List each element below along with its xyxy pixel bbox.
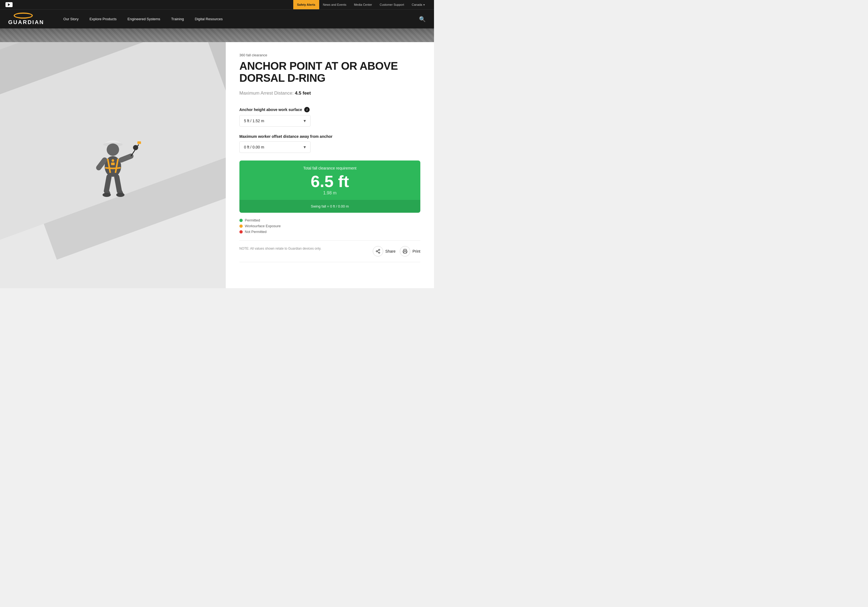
nav-engineered-systems[interactable]: Engineered Systems bbox=[122, 9, 166, 29]
result-box: Total fall clearance requirement 6.5 ft … bbox=[239, 160, 420, 213]
permitted-dot bbox=[239, 219, 243, 222]
svg-line-14 bbox=[377, 251, 378, 252]
youtube-icon[interactable] bbox=[5, 2, 12, 7]
result-swing: Swing fall = 0 ft / 0.00 m bbox=[239, 200, 420, 213]
anchor-height-select-wrapper: 5 ft / 1.52 m 6 ft / 1.83 m 7 ft / 2.13 … bbox=[239, 115, 310, 127]
canada-selector[interactable]: Canada bbox=[408, 3, 429, 6]
anchor-height-select[interactable]: 5 ft / 1.52 m 6 ft / 1.83 m 7 ft / 2.13 … bbox=[239, 115, 310, 127]
section-label: 360 fall clearance bbox=[239, 53, 420, 57]
content-area: 360 fall clearance ANCHOR POINT AT OR AB… bbox=[0, 42, 434, 288]
svg-point-9 bbox=[102, 193, 111, 197]
note-actions-bar: NOTE: All values shown relate to Guardia… bbox=[239, 240, 420, 256]
max-arrest-value: 4.5 feet bbox=[295, 90, 311, 96]
logo-halo bbox=[14, 12, 33, 19]
worker-illustration bbox=[74, 119, 151, 212]
utility-nav: Safety Alerts News and Events Media Cent… bbox=[293, 0, 408, 9]
svg-rect-7 bbox=[138, 141, 141, 144]
worker-offset-label: Maximum worker offset distance away from… bbox=[239, 134, 420, 139]
result-header: Total fall clearance requirement bbox=[239, 160, 420, 172]
legend: Permitted Worksurface Exposure Not Permi… bbox=[239, 218, 420, 234]
anchor-height-group: Anchor height above work surface i 5 ft … bbox=[239, 107, 420, 127]
social-links bbox=[5, 2, 12, 7]
svg-point-13 bbox=[378, 252, 380, 253]
share-icon bbox=[373, 246, 383, 256]
legend-worksurface: Worksurface Exposure bbox=[239, 224, 420, 228]
note-text: NOTE: All values shown relate to Guardia… bbox=[239, 246, 321, 251]
svg-point-11 bbox=[378, 249, 380, 251]
svg-point-8 bbox=[133, 145, 138, 150]
worker-figure bbox=[74, 119, 151, 212]
print-icon bbox=[400, 246, 410, 256]
search-icon[interactable]: 🔍 bbox=[419, 16, 426, 22]
main-title-line2: DORSAL D-RING bbox=[239, 72, 326, 84]
nav-our-story[interactable]: Our Story bbox=[58, 9, 84, 29]
svg-rect-16 bbox=[404, 252, 406, 253]
logo-text: GUARDIAN bbox=[8, 19, 44, 25]
hero-background bbox=[0, 28, 434, 42]
svg-point-5 bbox=[112, 159, 114, 161]
legend-permitted-label: Permitted bbox=[245, 218, 260, 222]
result-feet: 6.5 ft bbox=[246, 172, 414, 191]
legend-not-permitted: Not Permitted bbox=[239, 230, 420, 234]
nav-explore-products[interactable]: Explore Products bbox=[84, 9, 122, 29]
safety-alerts-link[interactable]: Safety Alerts bbox=[293, 0, 319, 9]
print-label: Print bbox=[412, 249, 420, 253]
top-utility-bar: Safety Alerts News and Events Media Cent… bbox=[0, 0, 434, 9]
worksurface-dot bbox=[239, 225, 243, 228]
svg-rect-4 bbox=[111, 163, 115, 165]
main-title-line1: ANCHOR POINT AT OR ABOVE bbox=[239, 60, 398, 72]
main-nav-links: Our Story Explore Products Engineered Sy… bbox=[58, 9, 419, 29]
print-button[interactable]: Print bbox=[400, 246, 420, 256]
action-buttons: Share Print bbox=[373, 246, 420, 256]
main-nav: GUARDIAN Our Story Explore Products Engi… bbox=[0, 9, 434, 28]
svg-point-12 bbox=[376, 251, 377, 252]
svg-line-15 bbox=[377, 250, 378, 251]
max-arrest-distance: Maximum Arrest Distance: 4.5 feet bbox=[239, 90, 420, 96]
legend-not-permitted-label: Not Permitted bbox=[245, 230, 267, 234]
share-label: Share bbox=[385, 249, 395, 253]
svg-point-10 bbox=[116, 193, 124, 197]
nav-training[interactable]: Training bbox=[166, 9, 189, 29]
worker-offset-group: Maximum worker offset distance away from… bbox=[239, 134, 420, 153]
legend-worksurface-label: Worksurface Exposure bbox=[245, 224, 281, 228]
not-permitted-dot bbox=[239, 230, 243, 233]
result-meters: 1.98 m bbox=[246, 191, 414, 196]
media-center-link[interactable]: Media Center bbox=[350, 0, 376, 9]
legend-permitted: Permitted bbox=[239, 218, 420, 222]
customer-support-link[interactable]: Customer Support bbox=[376, 0, 408, 9]
worker-offset-select[interactable]: 0 ft / 0.00 m 1 ft / 0.30 m 2 ft / 0.61 … bbox=[239, 141, 310, 153]
anchor-height-info-icon[interactable]: i bbox=[304, 107, 310, 112]
max-arrest-label: Maximum Arrest Distance: bbox=[239, 90, 293, 96]
illustration-panel bbox=[0, 42, 226, 288]
worker-offset-select-wrapper: 0 ft / 0.00 m 1 ft / 0.30 m 2 ft / 0.61 … bbox=[239, 141, 310, 153]
calculator-panel: 360 fall clearance ANCHOR POINT AT OR AB… bbox=[226, 42, 434, 288]
nav-digital-resources[interactable]: Digital Resources bbox=[189, 9, 228, 29]
hero-image bbox=[0, 28, 434, 42]
logo[interactable]: GUARDIAN bbox=[8, 12, 44, 25]
share-button[interactable]: Share bbox=[373, 246, 395, 256]
result-value: 6.5 ft 1.98 m bbox=[239, 172, 420, 196]
anchor-height-label: Anchor height above work surface i bbox=[239, 107, 420, 112]
news-events-link[interactable]: News and Events bbox=[319, 0, 350, 9]
main-title: ANCHOR POINT AT OR ABOVE DORSAL D-RING bbox=[239, 60, 420, 84]
svg-point-2 bbox=[107, 144, 119, 156]
